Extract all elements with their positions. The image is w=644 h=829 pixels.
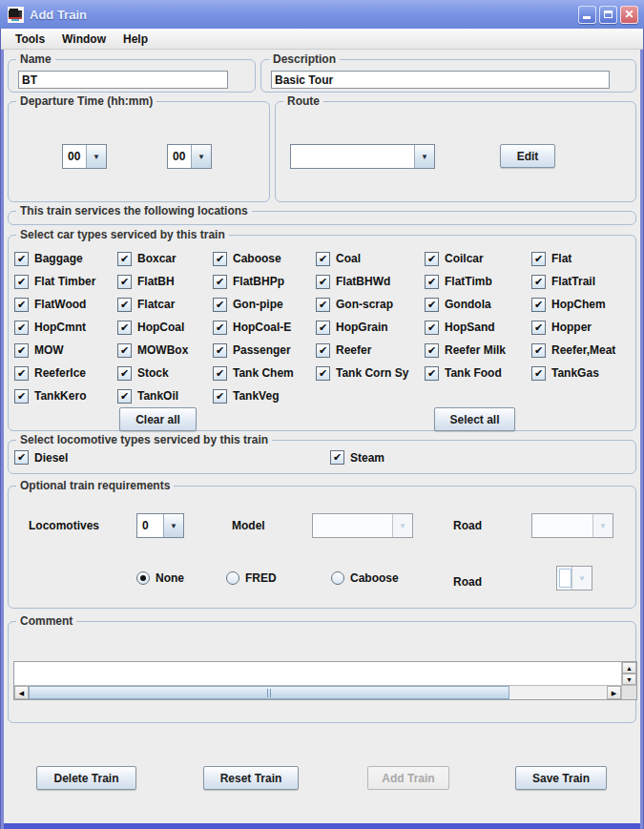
scroll-right-icon[interactable]: ▶	[607, 686, 621, 699]
check-icon: ✔	[425, 252, 439, 266]
car-type-checkbox-tank-chem[interactable]: ✔Tank Chem	[213, 362, 316, 384]
car-type-checkbox-tank-food[interactable]: ✔Tank Food	[425, 362, 531, 384]
car-type-label: HopCoal	[137, 321, 184, 334]
clear-all-button[interactable]: Clear all	[119, 407, 197, 431]
scroll-left-icon[interactable]: ◀	[14, 686, 29, 699]
car-type-checkbox-hopper[interactable]: ✔Hopper	[531, 316, 635, 339]
departure-minute-value: 00	[168, 145, 191, 168]
car-type-checkbox-boxcar[interactable]: ✔Boxcar	[117, 247, 213, 270]
departure-minute-combobox[interactable]: 00 ▼	[167, 144, 212, 169]
car-type-checkbox-stock[interactable]: ✔Stock	[117, 362, 213, 384]
car-type-checkbox-mowbox[interactable]: ✔MOWBox	[117, 339, 213, 362]
car-type-checkbox-flatcar[interactable]: ✔Flatcar	[117, 293, 213, 316]
menu-help[interactable]: Help	[114, 30, 156, 49]
car-type-checkbox-flattimb[interactable]: ✔FlatTimb	[425, 270, 531, 293]
car-type-checkbox-hopcoal[interactable]: ✔HopCoal	[117, 316, 213, 339]
car-type-label: Reefer	[336, 343, 371, 357]
car-type-label: HopCoal-E	[233, 321, 291, 334]
radio-none[interactable]: None	[136, 571, 184, 585]
check-icon: ✔	[531, 275, 546, 289]
loco-types-panel: Select locomotive types serviced by this…	[8, 440, 636, 474]
loco-type-checkbox-diesel[interactable]: ✔Diesel	[14, 450, 68, 465]
scroll-down-icon[interactable]: ▼	[622, 674, 636, 685]
route-combobox[interactable]: ▼	[290, 144, 435, 169]
scrollbar-grip-icon	[267, 689, 271, 697]
comment-textarea[interactable]	[14, 662, 621, 685]
car-type-checkbox-coilcar[interactable]: ✔Coilcar	[425, 247, 531, 270]
car-type-checkbox-flatbhwd[interactable]: ✔FlatBHWd	[316, 270, 425, 293]
check-icon: ✔	[117, 366, 132, 381]
check-icon: ✔	[117, 343, 132, 358]
scrollbar-thumb[interactable]	[29, 686, 509, 699]
check-icon: ✔	[213, 343, 227, 358]
check-icon: ✔	[531, 321, 546, 335]
car-type-label: Caboose	[233, 252, 281, 265]
description-panel: Description	[260, 59, 636, 93]
car-type-checkbox-gon-scrap[interactable]: ✔Gon-scrap	[316, 293, 425, 316]
car-type-checkbox-passenger[interactable]: ✔Passenger	[213, 339, 316, 362]
check-icon: ✔	[213, 389, 227, 404]
car-type-label: Passenger	[233, 343, 291, 357]
vertical-scrollbar[interactable]: ▲ ▼	[621, 662, 636, 685]
car-type-checkbox-gondola[interactable]: ✔Gondola	[425, 293, 531, 316]
check-icon: ✔	[117, 321, 132, 335]
caboose-road-value	[559, 569, 571, 588]
delete-train-button[interactable]: Delete Train	[36, 766, 136, 790]
car-type-checkbox-gon-pipe[interactable]: ✔Gon-pipe	[213, 293, 316, 316]
car-type-checkbox-flat[interactable]: ✔Flat	[531, 247, 635, 270]
car-type-checkbox-baggage[interactable]: ✔Baggage	[14, 247, 117, 270]
car-type-checkbox-reeferice[interactable]: ✔ReeferIce	[14, 362, 117, 384]
car-type-label: FlatBHPp	[233, 275, 284, 288]
car-type-checkbox-flatwood[interactable]: ✔FlatWood	[14, 293, 117, 316]
car-type-checkbox-hopgrain[interactable]: ✔HopGrain	[316, 316, 425, 339]
menu-window[interactable]: Window	[53, 30, 114, 49]
minimize-button[interactable]	[578, 6, 596, 24]
car-type-checkbox-hopchem[interactable]: ✔HopChem	[531, 293, 635, 316]
route-edit-button[interactable]: Edit	[500, 144, 555, 168]
car-type-checkbox-flat-timber[interactable]: ✔Flat Timber	[14, 270, 117, 293]
car-type-checkbox-flattrail[interactable]: ✔FlatTrail	[531, 270, 635, 293]
car-type-label: Baggage	[34, 252, 83, 265]
check-icon: ✔	[316, 321, 330, 335]
radio-caboose[interactable]: Caboose	[331, 571, 399, 585]
car-type-checkbox-hopsand[interactable]: ✔HopSand	[425, 316, 531, 339]
radio-fred[interactable]: FRED	[226, 571, 277, 585]
requirements-panel-title: Optional train requirements	[16, 479, 174, 493]
road-label: Road	[453, 519, 482, 532]
car-type-checkbox-coal[interactable]: ✔Coal	[316, 247, 425, 270]
car-type-checkbox-reefer-meat[interactable]: ✔Reefer,Meat	[531, 339, 635, 362]
menu-tools[interactable]: Tools	[7, 30, 53, 49]
horizontal-scrollbar[interactable]: ◀ ▶	[14, 685, 636, 699]
minimize-icon	[583, 16, 591, 19]
scroll-up-icon[interactable]: ▲	[622, 662, 636, 674]
locomotives-count-combobox[interactable]: 0 ▼	[136, 513, 184, 538]
car-type-checkbox-tankkero[interactable]: ✔TankKero	[14, 384, 117, 407]
scrollbar-track[interactable]	[509, 686, 607, 699]
car-type-checkbox-tankoil[interactable]: ✔TankOil	[117, 384, 213, 407]
car-type-checkbox-tankgas[interactable]: ✔TankGas	[531, 362, 635, 384]
car-type-checkbox-reefer[interactable]: ✔Reefer	[316, 339, 425, 362]
check-icon: ✔	[14, 366, 29, 381]
car-type-checkbox-caboose[interactable]: ✔Caboose	[213, 247, 316, 270]
add-train-button[interactable]: Add Train	[367, 766, 449, 790]
departure-hour-combobox[interactable]: 00 ▼	[62, 144, 107, 169]
maximize-button[interactable]	[599, 6, 617, 24]
comment-panel-title: Comment	[16, 614, 76, 629]
check-icon: ✔	[531, 298, 546, 312]
car-type-checkbox-tank-corn-sy[interactable]: ✔Tank Corn Sy	[316, 362, 425, 384]
car-type-checkbox-flatbh[interactable]: ✔FlatBH	[117, 270, 213, 293]
car-type-checkbox-hopcoal-e[interactable]: ✔HopCoal-E	[213, 316, 316, 339]
train-description-input[interactable]	[271, 71, 610, 89]
car-type-checkbox-flatbhpp[interactable]: ✔FlatBHPp	[213, 270, 316, 293]
reset-train-button[interactable]: Reset Train	[203, 766, 299, 790]
action-bar: Delete Train Reset Train Add Train Save …	[4, 766, 640, 791]
save-train-button[interactable]: Save Train	[515, 766, 607, 790]
loco-type-checkbox-steam[interactable]: ✔Steam	[330, 450, 384, 465]
train-name-input[interactable]	[18, 71, 228, 89]
car-type-checkbox-tankveg[interactable]: ✔TankVeg	[213, 384, 316, 407]
car-type-checkbox-hopcmnt[interactable]: ✔HopCmnt	[14, 316, 117, 339]
close-button[interactable]: ✕	[620, 6, 638, 24]
car-type-checkbox-mow[interactable]: ✔MOW	[14, 339, 117, 362]
car-type-checkbox-reefer-milk[interactable]: ✔Reefer Milk	[425, 339, 531, 362]
select-all-button[interactable]: Select all	[434, 407, 515, 431]
